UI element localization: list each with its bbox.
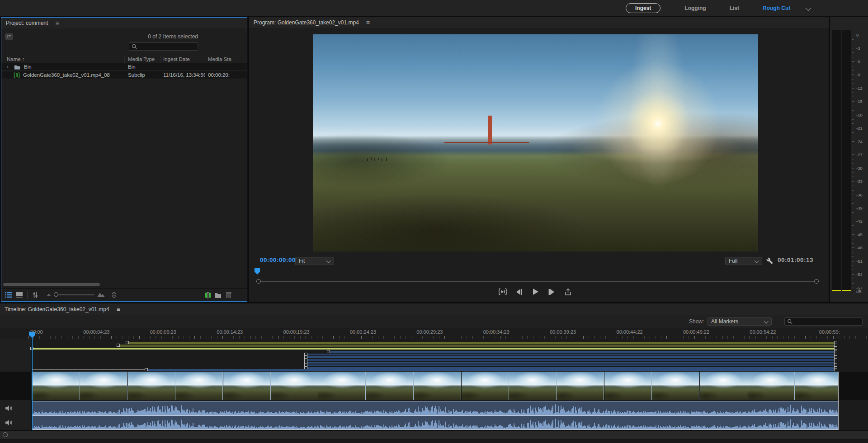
chevron-down-icon[interactable] (806, 5, 811, 11)
sort-order-icon[interactable] (110, 291, 118, 298)
settings-wrench-icon[interactable] (766, 257, 773, 264)
project-search-box[interactable] (129, 42, 198, 51)
seek-bar-left-handle[interactable] (256, 279, 261, 284)
meter-tick (852, 230, 854, 230)
subclip-marker[interactable] (128, 342, 837, 344)
list-view-button[interactable] (4, 291, 12, 298)
meter-db-label: -42 (856, 219, 863, 224)
step-forward-button[interactable] (547, 287, 557, 296)
tab-logging[interactable]: Logging (673, 5, 717, 11)
meter-tick (852, 208, 854, 208)
zoom-out-icon[interactable] (45, 291, 53, 298)
meter-tick (852, 288, 854, 288)
timeline-bottom-scrollbar[interactable] (0, 439, 868, 443)
video-frame[interactable] (313, 34, 758, 252)
timeline-zoom-bar[interactable] (0, 430, 868, 439)
comment-marker[interactable] (329, 351, 837, 353)
video-clip[interactable] (33, 372, 838, 400)
comment-marker[interactable] (307, 356, 837, 358)
marker-end-handle[interactable] (834, 368, 837, 371)
meter-tick (852, 168, 854, 168)
subclip-marker[interactable] (119, 345, 837, 347)
comment-marker[interactable] (307, 364, 837, 366)
column-header-media-type[interactable]: Media Type (128, 56, 160, 63)
meter-tick (852, 101, 854, 102)
row-media-start: 00:00:20: (208, 72, 230, 78)
marker-end-handle[interactable] (834, 344, 837, 347)
new-bin-button[interactable] (214, 291, 222, 298)
tab-rough-cut[interactable]: Rough Cut (751, 5, 802, 11)
marker-start-handle[interactable] (327, 350, 330, 353)
video-frame-thumbnail (271, 372, 318, 400)
tab-list[interactable]: List (718, 5, 751, 11)
timeline-playhead-line[interactable] (32, 333, 33, 431)
comment-marker[interactable] (147, 369, 837, 371)
comment-marker[interactable] (307, 359, 837, 361)
marker-start-handle[interactable] (117, 344, 120, 347)
audio-waveform (33, 419, 838, 429)
column-header-media-start[interactable]: Media Sta (208, 56, 247, 63)
comment-marker[interactable] (307, 354, 837, 355)
create-subclip-button[interactable] (204, 291, 212, 298)
sort-ascending-icon[interactable]: ↑ (22, 56, 25, 62)
project-panel: Project: comment ≡ 0 of 2 Items selected… (1, 17, 247, 302)
meter-db-label: -27 (856, 152, 863, 157)
program-seek-bar[interactable] (258, 281, 818, 282)
meter-tick (852, 225, 854, 226)
row-expander-icon[interactable]: › (7, 63, 9, 70)
zoom-level-select[interactable]: Fit (295, 257, 334, 265)
play-in-to-out-button[interactable] (498, 287, 508, 296)
meter-tick (852, 252, 854, 252)
audio-clip-track1[interactable] (33, 401, 838, 415)
meter-tick (852, 141, 854, 142)
playhead-timecode[interactable]: 00:00:00:00 (260, 256, 296, 263)
meter-db-label: -48 (856, 245, 863, 250)
meter-channel-right (842, 30, 851, 291)
comment-marker[interactable] (307, 362, 837, 364)
project-search-input[interactable] (139, 43, 195, 50)
program-panel-header[interactable]: Program: GoldenGate360_take02_v01.mp4 ≡ (249, 17, 829, 28)
table-row-subclip[interactable]: GoldenGate360_take02_v01.mp4_08 Subclip … (1, 71, 247, 79)
column-header-ingest-date[interactable]: Ingest Date (163, 56, 205, 63)
thumbnail-zoom-slider[interactable] (58, 294, 94, 295)
project-panel-header[interactable]: Project: comment ≡ (1, 18, 247, 28)
marker-end-handle[interactable] (834, 347, 837, 350)
step-back-button[interactable] (514, 287, 524, 296)
navigate-up-button[interactable] (5, 33, 13, 40)
column-header-name[interactable]: Name ↑ (7, 56, 123, 63)
panel-menu-icon[interactable]: ≡ (366, 19, 370, 26)
seek-bar-right-handle[interactable] (814, 279, 819, 284)
meter-tick (852, 177, 854, 177)
meter-db-label: -15 (856, 99, 863, 104)
video-frame-thumbnail (366, 372, 414, 400)
delete-button[interactable] (225, 291, 233, 298)
meter-tick (852, 195, 854, 195)
tab-ingest[interactable]: Ingest (626, 3, 660, 13)
icon-view-button[interactable] (15, 291, 24, 298)
project-panel-footer (1, 288, 247, 301)
marker-start-handle[interactable] (145, 368, 148, 371)
project-horizontal-scrollbar[interactable] (3, 283, 100, 286)
thumbnail-zoom-handle[interactable] (54, 292, 58, 297)
meter-tick (852, 88, 854, 89)
panel-menu-icon[interactable]: ≡ (55, 19, 59, 27)
meter-db-label: -9 (856, 72, 860, 77)
audio-clip-track2[interactable] (33, 415, 838, 430)
program-playhead-marker[interactable] (255, 268, 260, 275)
meter-db-label: -30 (856, 166, 863, 171)
filter-settings-icon[interactable] (31, 291, 39, 298)
table-row-bin[interactable]: › Bin Bin (1, 63, 247, 71)
audio1-mute-button[interactable] (5, 405, 13, 412)
meter-tick (852, 186, 854, 186)
audio-waveform (33, 404, 838, 415)
meter-tick (852, 93, 854, 93)
audio2-mute-button[interactable] (5, 420, 13, 426)
export-clip-button[interactable] (563, 287, 573, 296)
subclip-marker-selected[interactable] (33, 348, 837, 350)
video-frame-thumbnail (80, 372, 127, 400)
play-button[interactable] (530, 287, 540, 296)
zoom-in-icon[interactable] (97, 291, 105, 298)
playback-quality-select[interactable]: Full (725, 257, 762, 265)
timeline-zoom-handle[interactable] (3, 432, 8, 437)
marker-start-handle[interactable] (126, 341, 129, 344)
